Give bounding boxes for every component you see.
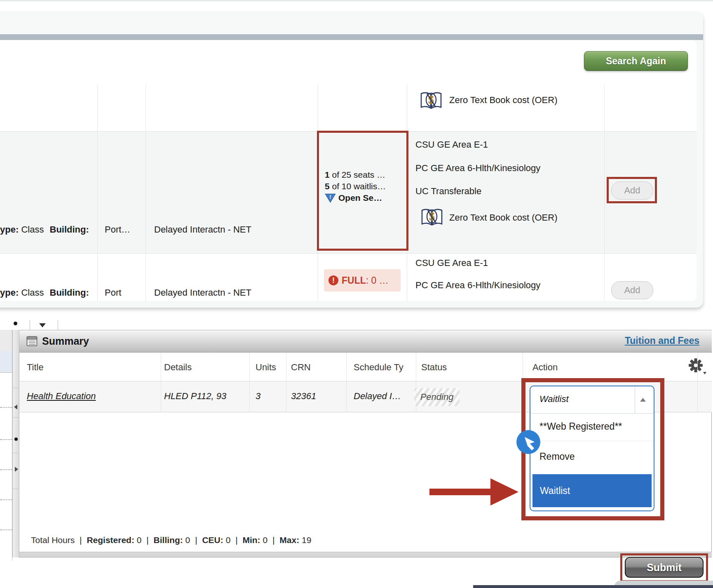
summary-bottom-bar (19, 552, 712, 557)
ge-note: CSU GE Area E-1 (415, 139, 488, 150)
strip-tick (13, 453, 19, 453)
schedule-gridline (0, 407, 12, 408)
summary-title: Summary (42, 335, 89, 347)
schedule-gridline (0, 499, 12, 500)
schedule-type-cell: Delayed Interactn - NET (154, 224, 251, 235)
course-units: 3 (256, 391, 260, 402)
add-button-label: Add (624, 285, 640, 296)
option-label: Waitlist (540, 485, 570, 496)
waitlist-remaining: 5 of 10 waitlis… (325, 181, 403, 192)
panel-divider-band (0, 34, 703, 40)
type-value: Class (21, 287, 44, 298)
option-label: Remove (539, 451, 575, 462)
schedule-gridline (0, 529, 12, 530)
dropdown-option-remove[interactable]: Remove (530, 441, 654, 473)
add-button[interactable]: Add (611, 281, 653, 299)
min-label: Min: (242, 535, 260, 545)
search-again-button[interactable]: Search Again (584, 51, 688, 71)
header-action: Action (532, 362, 558, 373)
schedule-header-edge (0, 330, 12, 351)
meeting-info: ype: Class Building: (0, 224, 89, 235)
totals-sep: | (146, 535, 148, 545)
full-warning-icon: ! (328, 275, 339, 286)
building-value: Port… (105, 224, 130, 235)
action-dropdown-value: Waitlist (539, 394, 569, 405)
collapse-left-icon[interactable] (14, 405, 17, 409)
strip-tick (13, 417, 19, 418)
expand-right-icon[interactable] (15, 467, 18, 472)
header-status: Status (421, 362, 447, 373)
strip-dot (14, 437, 18, 441)
billing-label: Billing: (154, 535, 183, 545)
schedule-gridline (0, 439, 12, 440)
top-border (0, 0, 713, 1)
column-line (97, 85, 98, 301)
max-label: Max: (279, 535, 299, 545)
action-dropdown[interactable]: Waitlist **Web Registered** Remove Waitl… (530, 386, 654, 511)
open-seats-label: Open Se… (338, 192, 382, 204)
open-seats-warning-icon: ! (325, 193, 336, 203)
seats-highlight-box: 1 of 25 seats … 5 of 10 waitlis… ! Open … (317, 131, 408, 251)
add-button[interactable]: Add (611, 181, 653, 200)
totals-prefix: Total Hours (31, 535, 75, 545)
course-title-link[interactable]: Health Education (27, 391, 96, 402)
ge-note: UC Transferable (415, 186, 481, 197)
type-label: ype: (0, 287, 19, 298)
bottom-dark-bar (473, 585, 713, 588)
header-crn: CRN (291, 362, 311, 373)
header-title: Title (27, 362, 44, 373)
option-label: **Web Registered** (539, 421, 622, 432)
ge-note: CSU GE Area E-1 (415, 258, 488, 268)
panel-resize-strip[interactable] (12, 330, 19, 557)
tuition-and-fees-link[interactable]: Tuition and Fees (625, 335, 699, 346)
building-label: Building: (50, 287, 89, 298)
submit-button[interactable]: Submit (625, 557, 704, 578)
building-label: Building: (50, 224, 89, 235)
summary-column-line (346, 353, 347, 412)
registered-value: 0 (137, 535, 142, 545)
strip-tick (13, 388, 19, 388)
header-units: Units (256, 362, 276, 373)
search-results-panel: Search Again $ Zero Text Book cost (OER) (0, 12, 703, 308)
row-line (0, 253, 697, 254)
schedule-highlight-row (0, 351, 12, 373)
seats-status-cell: 1 of 25 seats … 5 of 10 waitlis… ! Open … (325, 169, 403, 204)
billing-value: 0 (185, 535, 190, 545)
dropdown-collapse-icon[interactable] (640, 398, 646, 402)
seats-remaining: 1 of 25 seats … (325, 169, 403, 181)
totals-sep: | (80, 535, 82, 545)
course-details: HLED P112, 93 (164, 391, 226, 402)
totals-sep: | (272, 535, 274, 545)
annotation-arrow (429, 477, 519, 506)
full-text: : 0 … (366, 275, 389, 286)
open-seats-line: ! Open Se… (325, 192, 403, 204)
totals-sep: | (235, 535, 237, 545)
cursor-icon (516, 430, 540, 454)
ge-note: PC GE Area 6-Hlth/Kinesiology (415, 163, 540, 174)
type-label: ype: (0, 224, 19, 235)
schedule-type-cell: Delayed Interactn - NET (154, 287, 251, 298)
svg-text:!: ! (329, 194, 331, 200)
type-value: Class (21, 224, 44, 235)
min-value: 0 (263, 535, 267, 545)
summary-column-line (286, 353, 286, 412)
full-label: FULL (342, 275, 366, 286)
panel-bullet (14, 322, 17, 325)
schedule-panel-edge (0, 330, 12, 561)
summary-column-line (416, 353, 416, 412)
totals-sep: | (195, 535, 197, 545)
column-line (604, 85, 605, 301)
search-again-label: Search Again (606, 56, 666, 67)
dropdown-option-web-registered[interactable]: **Web Registered** (530, 414, 654, 441)
registered-label: Registered: (87, 535, 134, 545)
add-button-label: Add (624, 185, 640, 196)
action-dropdown-control[interactable]: Waitlist (530, 386, 654, 414)
collapse-panel-icon[interactable] (39, 323, 46, 327)
header-details: Details (164, 362, 192, 373)
building-value: Port (105, 287, 121, 298)
meeting-info: ype: Class Building: (0, 287, 89, 298)
total-hours-line: Total Hours | Registered: 0 | Billing: 0… (31, 535, 311, 545)
column-line (145, 85, 146, 301)
dropdown-option-waitlist-selected[interactable]: Waitlist (532, 474, 652, 507)
settings-gear-icon[interactable] (687, 357, 706, 375)
